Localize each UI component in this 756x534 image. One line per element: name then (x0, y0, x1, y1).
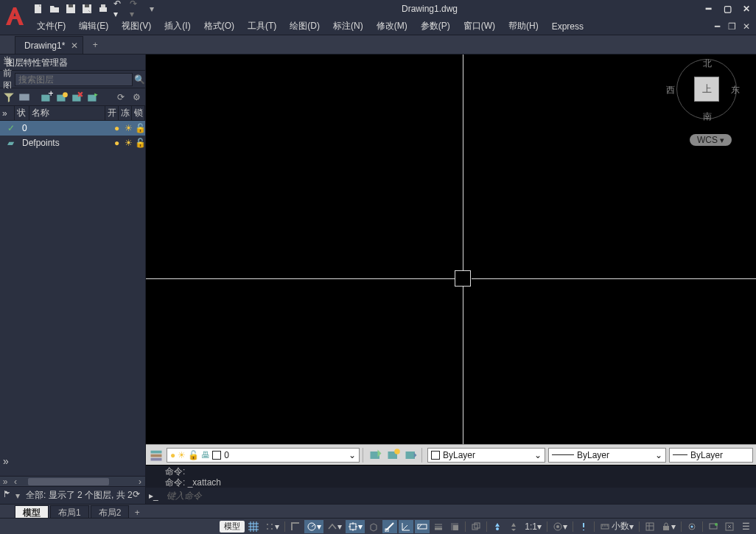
minimize-icon[interactable]: ━ (701, 3, 715, 15)
quickprops-icon[interactable] (643, 520, 657, 533)
layer-copy-icon[interactable] (368, 448, 383, 463)
snap-icon[interactable]: ▾ (262, 520, 281, 533)
scale-label[interactable]: 1:1 ▾ (522, 520, 544, 533)
filter-icon[interactable] (2, 91, 15, 104)
menu-modify[interactable]: 修改(M) (377, 20, 407, 32)
layer-prev-icon[interactable] (404, 448, 419, 463)
close-tab-icon[interactable]: ✕ (71, 41, 78, 51)
polar-icon[interactable]: ▾ (304, 520, 323, 533)
menu-insert[interactable]: 插入(I) (164, 20, 190, 32)
new-layer-vp-icon[interactable] (55, 91, 69, 104)
redo-icon[interactable]: ↷ ▾ (130, 3, 141, 15)
layer-dropdown[interactable]: ● ☀ 🔓 🖶 0 ⌄ (167, 448, 360, 463)
refresh-icon[interactable]: ⟳ (133, 489, 142, 502)
compass-n[interactable]: 北 (703, 57, 712, 70)
qat-dropdown-icon[interactable]: ▾ (146, 3, 158, 15)
open-icon[interactable] (49, 3, 60, 15)
app-logo[interactable] (3, 3, 27, 29)
menu-tools[interactable]: 工具(T) (248, 20, 276, 32)
chevron-down-icon[interactable]: ▾ (15, 491, 25, 501)
close-icon[interactable]: ✕ (740, 3, 753, 15)
tab-layout2[interactable]: 布局2 (91, 505, 130, 518)
maximize-icon[interactable]: ▢ (721, 3, 734, 15)
saveas-icon[interactable] (81, 3, 93, 15)
ortho-icon[interactable] (288, 520, 303, 533)
doc-tab-drawing1[interactable]: Drawing1* ✕ (15, 36, 83, 54)
search-icon[interactable]: 🔍 (134, 73, 145, 86)
col-on[interactable]: 开 (105, 106, 119, 120)
bulb-icon[interactable]: ● (114, 123, 125, 133)
dyninput-icon[interactable] (415, 520, 430, 533)
osnap-icon[interactable]: ▾ (346, 520, 365, 533)
add-layout-tab[interactable]: + (130, 507, 144, 518)
menu-window[interactable]: 窗口(W) (463, 20, 495, 32)
menu-express[interactable]: Express (552, 21, 584, 32)
cleanscreen-icon[interactable] (722, 520, 737, 533)
undo-icon[interactable]: ↶ ▾ (113, 3, 125, 15)
command-icon[interactable]: ▸_ (149, 491, 164, 501)
settings-icon[interactable]: ⚙ (130, 91, 143, 104)
scroll-left-icon[interactable]: ‹ (10, 477, 21, 487)
filter-invert-icon[interactable]: 🏲 (3, 489, 13, 502)
expand-all-icon[interactable]: » (0, 106, 15, 120)
menu-edit[interactable]: 编辑(E) (79, 20, 108, 32)
annovis-icon[interactable] (506, 520, 521, 533)
annoscale-icon[interactable] (490, 520, 505, 533)
model-space-button[interactable]: 模型 (220, 521, 245, 533)
workspace-icon[interactable]: ▾ (550, 520, 570, 533)
otrack-icon[interactable] (382, 520, 397, 533)
new-icon[interactable] (32, 3, 44, 15)
menu-parametric[interactable]: 参数(P) (421, 20, 450, 32)
tab-model[interactable]: 模型 (15, 505, 49, 518)
compass-e[interactable]: 东 (731, 84, 740, 96)
compass-w[interactable]: 西 (666, 84, 675, 96)
3dosnap-icon[interactable] (366, 520, 381, 533)
group-icon[interactable] (18, 91, 31, 104)
mdi-restore-icon[interactable]: ❐ (727, 21, 737, 32)
linetype-dropdown[interactable]: ByLayer ⌄ (548, 448, 666, 463)
refresh-icon[interactable]: ⟳ (114, 91, 127, 104)
menu-draw[interactable]: 绘图(D) (290, 20, 320, 32)
search-layer-input[interactable] (15, 73, 133, 86)
layer-manager-icon[interactable] (149, 448, 164, 463)
scroll-right-icon[interactable]: › (135, 477, 145, 487)
units-label[interactable]: 小数 ▾ (598, 520, 636, 533)
mdi-close-icon[interactable]: ✕ (741, 21, 752, 32)
viewcube[interactable]: 上 北 南 西 东 WCS ▾ (671, 59, 743, 147)
menu-help[interactable]: 帮助(H) (508, 20, 539, 32)
layer-row[interactable]: ✓ 0 ● ☀ 🔓 (0, 121, 145, 136)
command-line[interactable]: ▸_ 键入命令 (146, 488, 756, 504)
isolate-icon[interactable] (685, 520, 699, 533)
lock-icon[interactable]: 🔓 (135, 123, 145, 133)
scroll-thumb[interactable] (28, 478, 109, 485)
transparency-icon[interactable] (447, 520, 462, 533)
menu-dimension[interactable]: 标注(N) (333, 20, 363, 32)
sun-icon[interactable]: ☀ (125, 138, 135, 148)
col-lock[interactable]: 锁 (132, 106, 145, 120)
save-icon[interactable] (65, 3, 77, 15)
delete-layer-icon[interactable] (71, 91, 84, 104)
mdi-minimize-icon[interactable]: ━ (712, 21, 722, 32)
tab-layout1[interactable]: 布局1 (50, 505, 89, 518)
hardware-icon[interactable] (706, 520, 721, 533)
col-status[interactable]: 状 (15, 106, 29, 120)
menu-format[interactable]: 格式(O) (204, 20, 234, 32)
menu-view[interactable]: 视图(V) (122, 20, 151, 32)
annomonitor-icon[interactable] (576, 520, 591, 533)
lineweight-icon[interactable] (431, 520, 446, 533)
lockui-icon[interactable]: ▾ (659, 520, 678, 533)
command-history[interactable]: 命令: 命令: _xattach (146, 466, 756, 488)
grid-icon[interactable] (246, 520, 261, 533)
cycling-icon[interactable] (469, 520, 483, 533)
col-name[interactable]: 名称 (29, 106, 105, 120)
customize-icon[interactable]: ☰ (738, 520, 753, 533)
new-layer-icon[interactable]: + (40, 91, 53, 104)
set-current-icon[interactable] (86, 91, 99, 104)
wcs-badge[interactable]: WCS ▾ (690, 134, 732, 146)
layer-iso-icon[interactable] (386, 448, 401, 463)
bulb-icon[interactable]: ● (114, 138, 125, 148)
isodraft-icon[interactable]: ▾ (325, 520, 344, 533)
add-doc-tab[interactable]: + (86, 36, 104, 54)
lock-icon[interactable]: 🔓 (135, 138, 145, 148)
expand-icon[interactable]: » (0, 477, 10, 487)
